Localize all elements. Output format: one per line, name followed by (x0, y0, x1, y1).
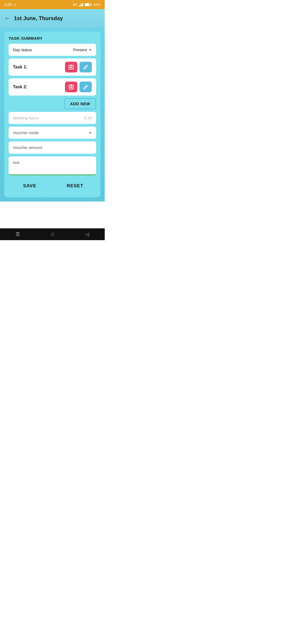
day-status-row: Day status Present ▼ (9, 44, 96, 56)
bottom-buttons: SAVE RESET (9, 179, 96, 193)
trash-icon (69, 84, 74, 90)
menu-icon[interactable]: ☰ (16, 231, 20, 237)
back-button[interactable]: ← (4, 15, 10, 22)
day-status-dropdown[interactable]: Present ▼ (73, 47, 92, 52)
nav-back-icon[interactable]: ◁ (85, 231, 89, 237)
task-2-row: Task 2: (9, 78, 96, 96)
task-1-label: Task 1: (13, 65, 27, 69)
time-label: 4:26 (4, 2, 12, 7)
status-right: 4G 65% (73, 3, 100, 7)
signal-label: 4G (73, 3, 77, 7)
battery-icon (85, 3, 92, 6)
trash-icon (69, 64, 74, 70)
section-title: TASK SUMMARY (9, 36, 96, 41)
task-1-delete-button[interactable] (65, 62, 77, 72)
battery-percent: 65% (93, 3, 100, 7)
status-bar: 4:26 ⚠ 4G 65% (0, 0, 105, 9)
task-2-label: Task 2: (13, 85, 27, 89)
page-title: 1st June, Thursday (14, 15, 63, 21)
task-1-edit-button[interactable] (79, 62, 92, 72)
edit-icon (83, 65, 88, 69)
voucher-mode-label: Voucher mode (13, 130, 39, 135)
edit-icon (83, 85, 88, 89)
add-new-row: ADD NEW (9, 98, 96, 109)
task-2-delete-button[interactable] (65, 82, 77, 92)
status-time: 4:26 ⚠ (4, 2, 17, 7)
voucher-mode-arrow-icon: ▼ (89, 131, 92, 135)
voucher-mode-row[interactable]: Voucher mode ▼ (9, 127, 96, 139)
working-hours-placeholder: Working hours (13, 116, 39, 120)
working-hours-value: 9.20 (84, 116, 92, 120)
signal-bars-icon (79, 3, 83, 6)
white-space (0, 202, 105, 228)
task-summary-card: TASK SUMMARY Day status Present ▼ Task 1… (4, 32, 100, 197)
notes-value: test (13, 160, 19, 165)
task-2-actions (65, 82, 92, 92)
notes-row[interactable]: test (9, 156, 96, 175)
add-new-button[interactable]: ADD NEW (64, 98, 96, 109)
save-button[interactable]: SAVE (9, 179, 51, 193)
task-1-actions (65, 62, 92, 72)
reset-button[interactable]: RESET (54, 179, 96, 193)
warning-icon: ⚠ (13, 2, 17, 7)
day-status-label: Day status (13, 47, 32, 52)
task-1-row: Task 1: (9, 58, 96, 76)
home-icon[interactable]: □ (51, 232, 54, 237)
voucher-amount-label: Voucher amount (13, 145, 42, 150)
main-content: TASK SUMMARY Day status Present ▼ Task 1… (0, 27, 105, 202)
header: ← 1st June, Thursday (0, 9, 105, 27)
day-status-value: Present (73, 47, 87, 52)
working-hours-row: Working hours 9.20 (9, 112, 96, 124)
task-2-edit-button[interactable] (79, 82, 92, 92)
nav-bar: ☰ □ ◁ (0, 228, 105, 240)
voucher-amount-row[interactable]: Voucher amount (9, 141, 96, 154)
day-status-arrow-icon: ▼ (89, 48, 92, 52)
